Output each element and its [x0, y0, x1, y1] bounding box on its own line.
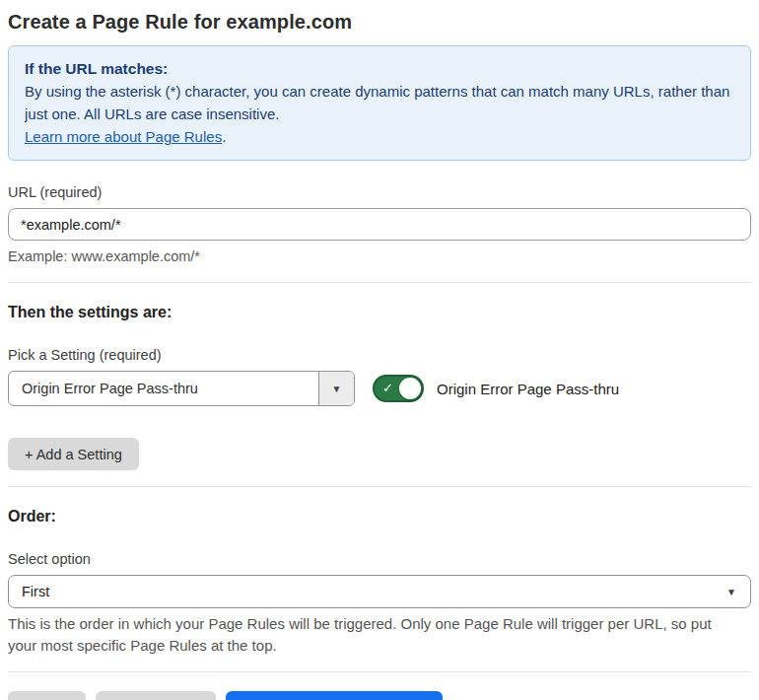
info-box-heading: If the URL matches: [25, 57, 734, 80]
cancel-button[interactable]: Cancel [8, 691, 86, 700]
url-match-info-box: If the URL matches: By using the asteris… [8, 45, 751, 161]
order-heading: Order: [8, 506, 751, 527]
toggle-label: Origin Error Page Pass-thru [437, 381, 619, 397]
url-label: URL (required) [8, 182, 751, 202]
select-option-label: Select option [8, 549, 751, 569]
setting-row: Origin Error Page Pass-thru ▼ ✓ Origin E… [8, 371, 751, 406]
page-title: Create a Page Rule for example.com [8, 8, 751, 35]
learn-more-link[interactable]: Learn more about Page Rules [25, 128, 222, 145]
order-select[interactable]: First ▼ [8, 575, 751, 608]
info-box-link-line: Learn more about Page Rules. [25, 125, 734, 148]
page-rule-form: Create a Page Rule for example.com If th… [0, 0, 759, 700]
setting-select[interactable]: Origin Error Page Pass-thru ▼ [8, 371, 355, 406]
divider [8, 486, 751, 487]
add-setting-button[interactable]: + Add a Setting [8, 438, 139, 470]
pick-setting-label: Pick a Setting (required) [8, 345, 751, 365]
setting-select-value: Origin Error Page Pass-thru [9, 372, 318, 405]
order-helper-text: This is the order in which your Page Rul… [8, 613, 742, 656]
url-input[interactable] [8, 208, 751, 241]
save-as-draft-button[interactable]: Save as Draft [96, 691, 216, 700]
setting-select-arrow-button[interactable]: ▼ [318, 372, 354, 405]
origin-error-page-toggle[interactable]: ✓ [373, 375, 424, 402]
info-box-body: By using the asterisk (*) character, you… [25, 80, 734, 125]
chevron-down-icon: ▼ [332, 384, 342, 394]
toggle-knob [399, 378, 421, 399]
url-example-helper: Example: www.example.com/* [8, 246, 751, 266]
settings-heading: Then the settings are: [8, 302, 751, 323]
order-select-value: First [22, 584, 726, 599]
chevron-down-icon: ▼ [726, 587, 736, 597]
save-and-deploy-button[interactable]: Save and Deploy Page Rule [226, 691, 443, 700]
link-period: . [222, 128, 226, 145]
check-icon: ✓ [382, 382, 393, 394]
divider [8, 282, 751, 283]
divider [8, 671, 751, 672]
footer-actions: Cancel Save as Draft Save and Deploy Pag… [8, 691, 751, 700]
